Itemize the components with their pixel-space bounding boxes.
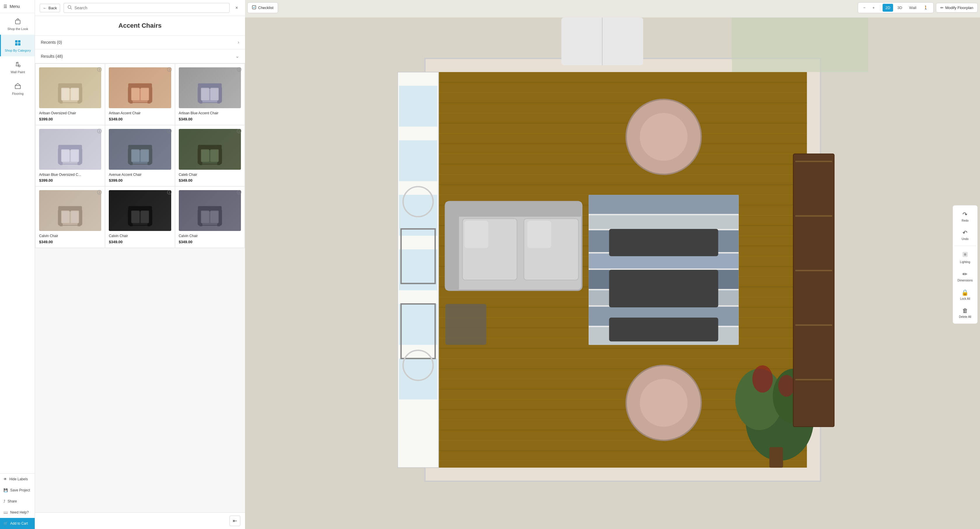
product-card-4[interactable]: ⓘ Artisan Blue Oversized C... $399.00 <box>36 125 105 186</box>
checklist-label: Checklist <box>258 6 274 10</box>
product-info-icon[interactable]: ⓘ <box>97 67 102 73</box>
search-input[interactable] <box>75 6 226 10</box>
svg-point-156 <box>640 113 688 161</box>
product-card-7[interactable]: ⓘ Calvin Chair $349.00 <box>36 187 105 248</box>
product-info-icon[interactable]: ⓘ <box>237 128 242 135</box>
delete-icon: 🗑 <box>962 307 968 314</box>
search-icon <box>67 5 72 11</box>
svg-rect-169 <box>795 270 832 271</box>
floorplan-area[interactable]: Checklist − + 2D 3D Wall 🚶 ✏ Modify Floo… <box>245 0 980 529</box>
product-grid: ⓘ Aritsan Oversized Chair $399.00 ⓘ <box>35 63 245 248</box>
product-image <box>179 129 241 170</box>
add-to-cart-button[interactable]: 🛒 Add to Cart <box>0 518 35 529</box>
cart-icon: 🛒 <box>3 521 8 526</box>
product-image <box>39 67 101 108</box>
product-image <box>179 190 241 231</box>
results-label: Results (48) <box>41 54 63 59</box>
product-card-1[interactable]: ⓘ Aritsan Oversized Chair $399.00 <box>36 64 105 125</box>
svg-rect-54 <box>210 149 219 162</box>
share-button[interactable]: ⤴ Share <box>0 496 35 507</box>
product-price: $349.00 <box>179 117 241 121</box>
menu-button[interactable]: ☰ Menu <box>0 0 35 13</box>
zoom-in-button[interactable]: + <box>869 4 878 12</box>
sidebar-item-wall-paint[interactable]: Wall Paint <box>0 56 35 78</box>
svg-rect-123 <box>399 86 437 127</box>
svg-line-8 <box>71 8 72 10</box>
hide-labels-button[interactable]: 👁 Hide Labels <box>0 473 35 485</box>
svg-rect-70 <box>141 211 149 223</box>
svg-rect-3 <box>15 43 18 46</box>
svg-rect-69 <box>131 211 139 223</box>
back-arrow-icon: ← <box>43 6 47 10</box>
sidebar-item-shop-the-look[interactable]: Shop the Look <box>0 13 35 35</box>
view-3d-button[interactable]: 3D <box>894 4 905 12</box>
floor-icon <box>14 82 22 90</box>
svg-rect-72 <box>147 223 150 226</box>
svg-rect-39 <box>60 162 63 165</box>
need-help-button[interactable]: 📖 Need Help? <box>0 507 35 518</box>
dimensions-button[interactable]: ✏ Dimensions <box>954 268 976 285</box>
delete-all-button[interactable]: 🗑 Delete All <box>954 305 976 321</box>
svg-rect-23 <box>129 101 132 103</box>
delete-all-label: Delete All <box>959 315 971 318</box>
svg-rect-46 <box>141 149 149 162</box>
view-wall-button[interactable]: Wall <box>906 4 920 12</box>
redo-button[interactable]: ↷ Redo <box>954 208 976 225</box>
product-info-icon[interactable]: ⓘ <box>167 189 172 196</box>
sidebar-item-label-shop-the-look: Shop the Look <box>8 27 28 31</box>
svg-rect-129 <box>732 17 868 72</box>
panel-content: Recents (0) › Results (48) ⌄ ⓘ Aritsan O… <box>35 36 245 512</box>
product-card-9[interactable]: ⓘ Calvin Chair $349.00 <box>175 187 244 248</box>
recents-section-header[interactable]: Recents (0) › <box>35 36 245 49</box>
svg-rect-16 <box>78 101 81 103</box>
svg-rect-152 <box>609 229 718 256</box>
checklist-button[interactable]: Checklist <box>247 2 278 13</box>
hide-labels-label: Hide Labels <box>10 477 28 481</box>
lock-all-button[interactable]: 🔒 Lock All <box>954 286 976 303</box>
view-walk-button[interactable]: 🚶 <box>921 4 931 12</box>
redo-label: Redo <box>962 219 969 222</box>
sidebar-item-flooring[interactable]: Flooring <box>0 78 35 99</box>
back-button[interactable]: ← Back <box>40 4 60 12</box>
product-info-icon[interactable]: ⓘ <box>97 189 102 196</box>
results-section-header[interactable]: Results (48) ⌄ <box>35 49 245 63</box>
svg-rect-29 <box>201 88 209 100</box>
view-2d-button[interactable]: 2D <box>883 4 893 12</box>
sidebar: ☰ Menu Shop the Look Shop By Category Wa… <box>0 0 35 529</box>
right-toolbar: ↷ Redo ↶ Undo Lighting ✏ Dimensions 🔒 Lo… <box>953 205 978 324</box>
panel-title: Accent Chairs <box>35 16 245 36</box>
product-card-6[interactable]: ⓘ Caleb Chair $349.00 <box>175 125 244 186</box>
svg-rect-125 <box>399 195 437 236</box>
zoom-out-button[interactable]: − <box>861 4 869 12</box>
undo-button[interactable]: ↶ Undo <box>954 226 976 243</box>
redo-icon: ↷ <box>963 211 967 218</box>
svg-rect-79 <box>199 223 202 226</box>
product-info-icon[interactable]: ⓘ <box>167 67 172 73</box>
sidebar-item-shop-by-category[interactable]: Shop By Category <box>0 35 35 56</box>
close-button[interactable]: × <box>233 4 240 12</box>
lock-all-label: Lock All <box>960 297 970 300</box>
product-card-5[interactable]: ⓘ Avenue Accent Chair $399.00 <box>105 125 174 186</box>
results-collapse-icon: ⌄ <box>235 53 239 59</box>
svg-rect-141 <box>465 221 488 248</box>
svg-rect-6 <box>15 86 21 89</box>
save-project-button[interactable]: 💾 Save Project <box>0 485 35 496</box>
svg-rect-48 <box>147 162 150 165</box>
room-canvas[interactable] <box>245 17 980 529</box>
product-card-2[interactable]: ⓘ Artisan Accent Chair $349.00 <box>105 64 174 125</box>
product-price: $349.00 <box>109 117 171 121</box>
product-info-icon[interactable]: ⓘ <box>97 128 102 135</box>
product-name: Caleb Chair <box>179 173 241 177</box>
collapse-panel-button[interactable]: ⇤ <box>229 516 240 526</box>
product-info-icon[interactable]: ⓘ <box>237 67 242 73</box>
product-name: Calvin Chair <box>39 234 101 238</box>
product-info-icon[interactable]: ⓘ <box>237 189 242 196</box>
product-info-icon[interactable]: ⓘ <box>167 128 172 135</box>
need-help-label: Need Help? <box>10 510 29 515</box>
lighting-button[interactable]: Lighting <box>954 248 976 267</box>
product-card-3[interactable]: ⓘ Artisan Blue Accent Chair $349.00 <box>175 64 244 125</box>
svg-rect-40 <box>78 162 81 165</box>
modify-floorplan-button[interactable]: ✏ Modify Floorplan <box>936 3 978 13</box>
product-card-8[interactable]: ⓘ Calvin Chair $349.00 <box>105 187 174 248</box>
floorplan-svg <box>245 17 980 529</box>
